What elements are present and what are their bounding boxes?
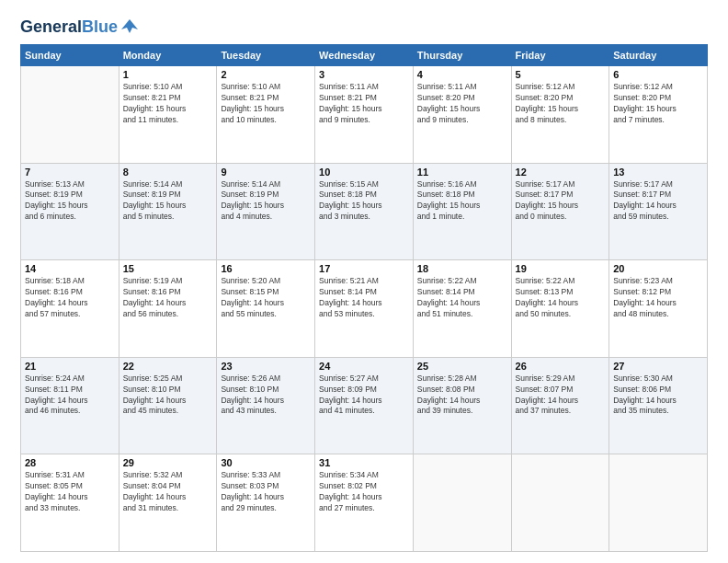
calendar-cell: 13Sunrise: 5:17 AMSunset: 8:17 PMDayligh… [609,163,708,260]
day-number: 25 [417,361,507,372]
day-info: Sunrise: 5:29 AMSunset: 8:07 PMDaylight:… [516,373,606,418]
day-number: 24 [319,361,409,372]
calendar-table: SundayMondayTuesdayWednesdayThursdayFrid… [20,44,708,552]
calendar-week-row: 1Sunrise: 5:10 AMSunset: 8:21 PMDaylight… [21,66,708,164]
day-info: Sunrise: 5:14 AMSunset: 8:19 PMDaylight:… [123,179,213,224]
calendar-week-row: 7Sunrise: 5:13 AMSunset: 8:19 PMDaylight… [21,163,708,260]
day-number: 30 [221,457,311,468]
day-info: Sunrise: 5:24 AMSunset: 8:11 PMDaylight:… [25,373,115,418]
calendar-cell: 8Sunrise: 5:14 AMSunset: 8:19 PMDaylight… [119,163,217,260]
calendar-week-row: 28Sunrise: 5:31 AMSunset: 8:05 PMDayligh… [21,454,708,552]
calendar-cell: 20Sunrise: 5:23 AMSunset: 8:12 PMDayligh… [609,260,708,358]
day-number: 7 [25,167,115,178]
calendar-cell [413,454,511,552]
calendar-cell: 14Sunrise: 5:18 AMSunset: 8:16 PMDayligh… [21,260,119,358]
calendar-week-row: 21Sunrise: 5:24 AMSunset: 8:11 PMDayligh… [21,357,708,454]
calendar-cell: 27Sunrise: 5:30 AMSunset: 8:06 PMDayligh… [609,357,708,454]
calendar-cell: 12Sunrise: 5:17 AMSunset: 8:17 PMDayligh… [511,163,609,260]
day-info: Sunrise: 5:22 AMSunset: 8:14 PMDaylight:… [417,276,507,320]
calendar-cell: 24Sunrise: 5:27 AMSunset: 8:09 PMDayligh… [315,357,414,454]
day-number: 29 [123,457,213,468]
calendar-cell: 30Sunrise: 5:33 AMSunset: 8:03 PMDayligh… [217,454,315,552]
calendar-cell: 23Sunrise: 5:26 AMSunset: 8:10 PMDayligh… [217,357,315,454]
calendar-cell [21,66,119,164]
day-info: Sunrise: 5:31 AMSunset: 8:05 PMDaylight:… [25,470,115,514]
day-number: 4 [417,69,507,80]
day-number: 14 [25,263,115,274]
calendar-cell: 3Sunrise: 5:11 AMSunset: 8:21 PMDaylight… [315,66,414,164]
day-number: 23 [221,361,311,372]
weekday-header-monday: Monday [119,45,217,66]
calendar-cell: 22Sunrise: 5:25 AMSunset: 8:10 PMDayligh… [119,357,217,454]
calendar-cell: 2Sunrise: 5:10 AMSunset: 8:21 PMDaylight… [217,66,315,164]
day-number: 22 [123,361,213,372]
day-number: 9 [221,167,311,178]
calendar-cell: 4Sunrise: 5:11 AMSunset: 8:20 PMDaylight… [413,66,511,164]
day-number: 16 [221,263,311,274]
day-info: Sunrise: 5:13 AMSunset: 8:19 PMDaylight:… [25,179,115,224]
calendar-cell: 11Sunrise: 5:16 AMSunset: 8:18 PMDayligh… [413,163,511,260]
day-info: Sunrise: 5:26 AMSunset: 8:10 PMDaylight:… [221,373,311,418]
day-info: Sunrise: 5:23 AMSunset: 8:12 PMDaylight:… [613,276,703,320]
calendar-cell: 28Sunrise: 5:31 AMSunset: 8:05 PMDayligh… [21,454,119,552]
calendar-cell: 29Sunrise: 5:32 AMSunset: 8:04 PMDayligh… [119,454,217,552]
day-info: Sunrise: 5:17 AMSunset: 8:17 PMDaylight:… [516,179,606,224]
day-info: Sunrise: 5:34 AMSunset: 8:02 PMDaylight:… [319,470,409,514]
day-info: Sunrise: 5:10 AMSunset: 8:21 PMDaylight:… [221,82,311,126]
day-number: 20 [613,263,703,274]
calendar-cell: 17Sunrise: 5:21 AMSunset: 8:14 PMDayligh… [315,260,414,358]
day-info: Sunrise: 5:19 AMSunset: 8:16 PMDaylight:… [123,276,213,320]
day-number: 11 [417,167,507,178]
calendar-cell: 6Sunrise: 5:12 AMSunset: 8:20 PMDaylight… [609,66,708,164]
weekday-header-tuesday: Tuesday [217,45,315,66]
day-number: 8 [123,167,213,178]
day-number: 3 [319,69,409,80]
day-info: Sunrise: 5:33 AMSunset: 8:03 PMDaylight:… [221,470,311,514]
day-info: Sunrise: 5:11 AMSunset: 8:21 PMDaylight:… [319,82,409,126]
day-number: 19 [516,263,606,274]
calendar-cell [511,454,609,552]
svg-marker-0 [121,19,138,33]
header: GeneralBlue [20,17,708,37]
weekday-header-friday: Friday [511,45,609,66]
day-info: Sunrise: 5:15 AMSunset: 8:18 PMDaylight:… [319,179,409,224]
day-info: Sunrise: 5:27 AMSunset: 8:09 PMDaylight:… [319,373,409,418]
day-info: Sunrise: 5:32 AMSunset: 8:04 PMDaylight:… [123,470,213,514]
calendar-cell: 7Sunrise: 5:13 AMSunset: 8:19 PMDaylight… [21,163,119,260]
calendar-week-row: 14Sunrise: 5:18 AMSunset: 8:16 PMDayligh… [21,260,708,358]
weekday-header-thursday: Thursday [413,45,511,66]
day-info: Sunrise: 5:12 AMSunset: 8:20 PMDaylight:… [613,82,703,126]
day-number: 5 [516,69,606,80]
calendar-cell: 1Sunrise: 5:10 AMSunset: 8:21 PMDaylight… [119,66,217,164]
calendar-cell: 25Sunrise: 5:28 AMSunset: 8:08 PMDayligh… [413,357,511,454]
day-info: Sunrise: 5:30 AMSunset: 8:06 PMDaylight:… [613,373,703,418]
day-info: Sunrise: 5:10 AMSunset: 8:21 PMDaylight:… [123,82,213,126]
day-info: Sunrise: 5:17 AMSunset: 8:17 PMDaylight:… [613,179,703,224]
day-number: 13 [613,167,703,178]
calendar-cell: 5Sunrise: 5:12 AMSunset: 8:20 PMDaylight… [511,66,609,164]
page: GeneralBlue SundayMondayTuesdayWednesday… [0,0,728,563]
calendar-cell: 31Sunrise: 5:34 AMSunset: 8:02 PMDayligh… [315,454,414,552]
logo: GeneralBlue [20,17,140,37]
day-number: 12 [516,167,606,178]
day-info: Sunrise: 5:25 AMSunset: 8:10 PMDaylight:… [123,373,213,418]
day-number: 26 [516,361,606,372]
calendar-cell: 16Sunrise: 5:20 AMSunset: 8:15 PMDayligh… [217,260,315,358]
weekday-header-wednesday: Wednesday [315,45,414,66]
weekday-header-sunday: Sunday [21,45,119,66]
day-info: Sunrise: 5:21 AMSunset: 8:14 PMDaylight:… [319,276,409,320]
weekday-header-saturday: Saturday [609,45,708,66]
day-number: 2 [221,69,311,80]
calendar-cell: 18Sunrise: 5:22 AMSunset: 8:14 PMDayligh… [413,260,511,358]
calendar-cell: 9Sunrise: 5:14 AMSunset: 8:19 PMDaylight… [217,163,315,260]
day-info: Sunrise: 5:12 AMSunset: 8:20 PMDaylight:… [516,82,606,126]
day-info: Sunrise: 5:18 AMSunset: 8:16 PMDaylight:… [25,276,115,320]
calendar-cell [609,454,708,552]
day-number: 27 [613,361,703,372]
day-number: 21 [25,361,115,372]
day-number: 17 [319,263,409,274]
calendar-cell: 26Sunrise: 5:29 AMSunset: 8:07 PMDayligh… [511,357,609,454]
day-number: 31 [319,457,409,468]
day-number: 10 [319,167,409,178]
logo-text: GeneralBlue [20,17,118,37]
